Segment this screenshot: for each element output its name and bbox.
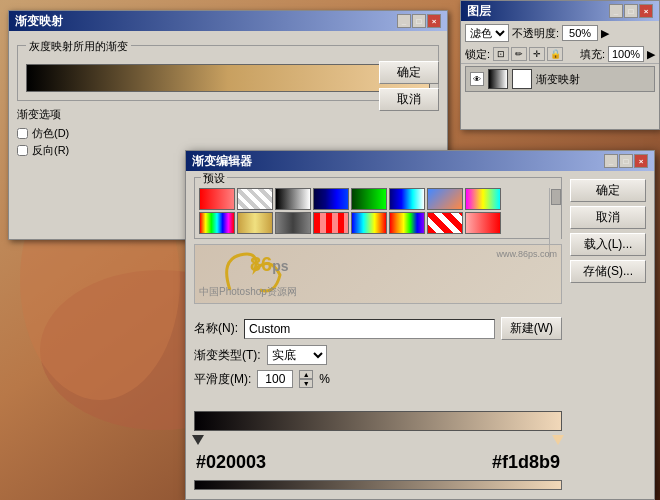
eye-icon[interactable]: 👁 [470,72,484,86]
gradient-group: 灰度映射所用的渐变 [17,45,439,101]
cancel-button[interactable]: 取消 [379,88,439,111]
layer-row[interactable]: 👁 渐变映射 [465,66,655,92]
preset-10[interactable] [237,212,273,234]
dither-label: 仿色(D) [32,126,69,141]
gradient-bar-area [194,397,562,445]
new-button[interactable]: 新建(W) [501,317,562,340]
left-color-label: #020003 [196,452,266,473]
type-label: 渐变类型(T): [194,347,261,364]
smooth-stepper: ▲ ▼ [299,370,313,388]
type-row: 渐变类型(T): 实底 [194,345,562,365]
reverse-label: 反向(R) [32,143,69,158]
top-stops [194,397,562,411]
lock-row: 锁定: ⊡ ✏ ✛ 🔒 填充: ▶ [461,45,659,64]
type-select[interactable]: 实底 [267,345,327,365]
dialog-buttons: 确定 取消 [379,61,439,111]
preset-3[interactable] [275,188,311,210]
right-stop-marker[interactable] [552,435,564,445]
gradient-preview[interactable] [26,64,430,92]
editor-minimize[interactable]: _ [604,154,618,168]
dither-checkbox[interactable] [17,128,28,139]
preset-16[interactable] [465,212,501,234]
name-row: 名称(N): 新建(W) [194,317,562,340]
watermark-chinese: 中国Photoshop资源网 [199,285,297,299]
color-labels-row: #020003 #f1d8b9 [194,452,562,473]
bottom-stops [194,431,562,445]
preset-8[interactable] [465,188,501,210]
preset-9[interactable] [199,212,235,234]
watermark-site: www.86ps.com [496,249,557,259]
opacity-input[interactable] [562,25,598,41]
presets-area [199,188,557,234]
presets-group: 预设 [194,177,562,239]
preset-14[interactable] [389,212,425,234]
editor-body: 预设 [186,171,654,496]
layers-header: 图层 _ □ × [461,1,659,21]
smooth-up[interactable]: ▲ [299,370,313,379]
gradient-group-title: 灰度映射所用的渐变 [26,39,131,54]
smooth-input[interactable] [257,370,293,388]
lock-icons: ⊡ ✏ ✛ 🔒 [493,47,563,61]
presets-row-1 [199,188,557,210]
lock-transparent-icon[interactable]: ⊡ [493,47,509,61]
preset-1[interactable] [199,188,235,210]
smooth-down[interactable]: ▼ [299,379,313,388]
close-button[interactable]: × [427,14,441,28]
layer-thumbnail [488,69,508,89]
editor-load-button[interactable]: 载入(L)... [570,233,646,256]
opacity-label: 不透明度: [512,26,559,41]
lock-all-icon[interactable]: 🔒 [547,47,563,61]
arrow-icon: ▶ [601,27,609,40]
editor-right-buttons: 确定 取消 载入(L)... 存储(S)... [570,177,646,490]
gradient-editor-title: 渐变编辑器 [192,153,252,170]
fill-label: 填充: [580,47,605,62]
editor-close[interactable]: × [634,154,648,168]
preset-15[interactable] [427,212,463,234]
smooth-row: 平滑度(M): ▲ ▼ % [194,370,562,388]
fill-arrow: ▶ [647,48,655,61]
editor-left-panel: 预设 [194,177,562,490]
preset-4[interactable] [313,188,349,210]
gradient-editor-dialog: 渐变编辑器 _ □ × 预设 [185,150,655,500]
smooth-unit: % [319,372,330,386]
editor-save-button[interactable]: 存储(S)... [570,260,646,283]
watermark-logo: 86ps [250,253,289,276]
layers-minimize[interactable]: _ [609,4,623,18]
right-color-label: #f1d8b9 [492,452,560,473]
preset-11[interactable] [275,212,311,234]
reverse-checkbox[interactable] [17,145,28,156]
name-input[interactable] [244,319,495,339]
gradient-map-title-bar: 渐变映射 _ □ × [9,11,447,31]
lock-move-icon[interactable]: ✛ [529,47,545,61]
layers-panel: 图层 _ □ × 滤色 不透明度: ▶ 锁定: ⊡ ✏ ✛ 🔒 填充: ▶ 👁 … [460,0,660,130]
preset-6[interactable] [389,188,425,210]
fill-input[interactable] [608,46,644,62]
maximize-button[interactable]: □ [412,14,426,28]
layers-close[interactable]: × [639,4,653,18]
blend-opacity-row: 滤色 不透明度: ▶ [461,21,659,45]
editor-ok-button[interactable]: 确定 [570,179,646,202]
lock-paint-icon[interactable]: ✏ [511,47,527,61]
layers-maximize[interactable]: □ [624,4,638,18]
smooth-label: 平滑度(M): [194,371,251,388]
preset-12[interactable] [313,212,349,234]
preset-13[interactable] [351,212,387,234]
gradient-main-bar[interactable] [194,411,562,431]
layer-name: 渐变映射 [536,72,580,87]
layers-title: 图层 [467,3,491,20]
gradient-map-title: 渐变映射 [15,13,63,30]
editor-cancel-button[interactable]: 取消 [570,206,646,229]
layer-mask-thumbnail [512,69,532,89]
preset-7[interactable] [427,188,463,210]
editor-maximize[interactable]: □ [619,154,633,168]
left-stop-marker[interactable] [192,435,204,445]
gradient-scroll-indicator [194,480,562,490]
gradient-editor-title-bar: 渐变编辑器 _ □ × [186,151,654,171]
name-label: 名称(N): [194,320,238,337]
preset-5[interactable] [351,188,387,210]
presets-scroll-thumb [551,189,561,205]
ok-button[interactable]: 确定 [379,61,439,84]
preset-2[interactable] [237,188,273,210]
blend-mode-select[interactable]: 滤色 [465,24,509,42]
minimize-button[interactable]: _ [397,14,411,28]
